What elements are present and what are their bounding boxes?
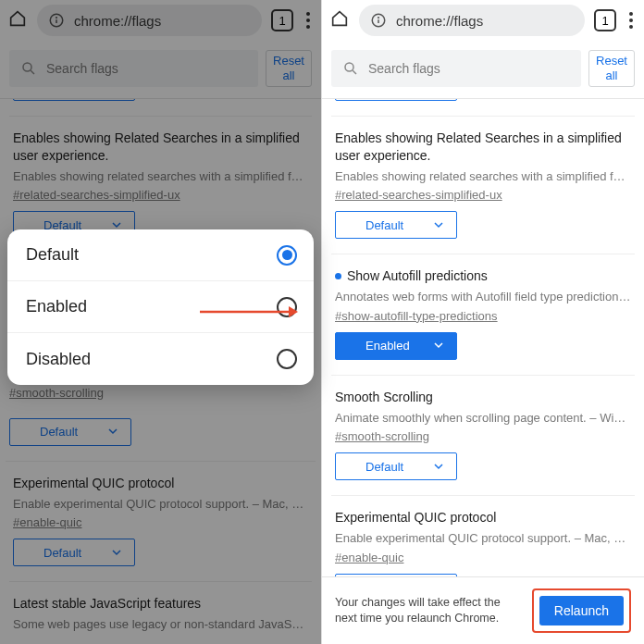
search-icon	[342, 60, 359, 77]
flag-hash[interactable]: #show-autofill-type-predictions	[335, 309, 498, 323]
flag-desc: Annotates web forms with Autofill field …	[335, 289, 631, 305]
tabs-button[interactable]: 1	[594, 9, 616, 31]
relaunch-footer: Your changes will take effect the next t…	[322, 576, 644, 644]
flag-select[interactable]: Default	[335, 211, 457, 239]
flag-hash[interactable]: #smooth-scrolling	[335, 429, 429, 443]
modal-option-disabled[interactable]: Disabled	[7, 333, 314, 385]
annotation-highlight: Relaunch	[532, 588, 631, 633]
menu-icon[interactable]	[625, 12, 637, 29]
flag-title: Show Autofill predictions	[335, 267, 631, 285]
flag-title: Smooth Scrolling	[335, 389, 631, 406]
reset-all-button[interactable]: Reset all	[588, 50, 635, 87]
flag-item: Enables showing Related Searches in a si…	[331, 117, 635, 254]
radio-selected-icon	[277, 245, 297, 266]
svg-point-5	[378, 18, 379, 19]
radio-icon	[277, 349, 297, 369]
chevron-down-icon	[434, 460, 443, 474]
flag-item: Experimental QUIC protocol Enable experi…	[331, 496, 635, 576]
flag-select[interactable]: Default	[335, 452, 457, 480]
search-placeholder: Search flags	[368, 61, 440, 76]
flag-desc: Enables showing related searches with a …	[335, 168, 631, 185]
flag-desc: Animate smoothly when scrolling page con…	[335, 410, 631, 427]
flag-select[interactable]: Default	[335, 99, 457, 101]
flag-title: Enables showing Related Searches in a si…	[335, 130, 631, 165]
url-text: chrome://flags	[396, 13, 483, 29]
modal-option-default[interactable]: Default	[7, 229, 314, 281]
modified-dot-icon	[335, 273, 341, 279]
footer-text: Your changes will take effect the next t…	[335, 595, 521, 626]
home-icon[interactable]	[329, 8, 350, 32]
chevron-down-icon	[434, 339, 443, 353]
flag-hash[interactable]: #enable-quic	[335, 551, 403, 564]
flag-desc: Enable experimental QUIC protocol suppor…	[335, 530, 631, 547]
relaunch-button[interactable]: Relaunch	[539, 596, 624, 625]
flag-title: Experimental QUIC protocol	[335, 509, 631, 526]
chevron-down-icon	[434, 218, 443, 232]
flag-item: Smooth Scrolling Animate smoothly when s…	[331, 376, 635, 496]
info-icon	[370, 12, 387, 29]
flag-item: Show Autofill predictions Annotates web …	[331, 254, 635, 375]
url-box[interactable]: chrome://flags	[359, 5, 585, 36]
annotation-arrow	[200, 303, 300, 324]
flag-select[interactable]: Enabled	[335, 332, 457, 360]
flag-hash[interactable]: #related-searches-simplified-ux	[335, 188, 502, 202]
search-input[interactable]: Search flags	[331, 50, 581, 87]
svg-point-6	[345, 63, 353, 71]
